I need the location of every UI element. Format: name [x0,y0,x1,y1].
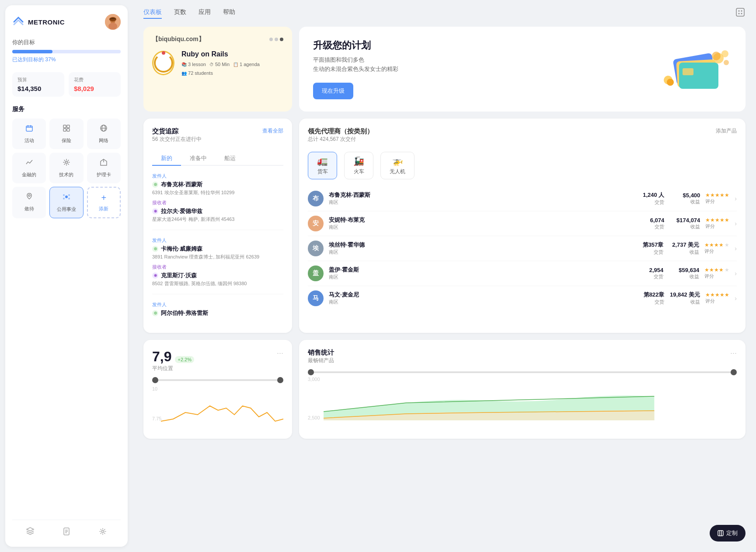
tab-shipping[interactable]: 船运 [216,152,244,166]
services-grid: 活动 保险 网络 金融的 技术的 [12,119,121,218]
customize-icon [718,530,724,536]
customize-button[interactable]: 定制 [710,525,746,542]
dealer-transactions-3: 第357章 交货 [633,241,663,255]
dealer-name-3: 埃丝特·霍华德 [329,241,627,249]
sender-role-1: 发件人 [152,173,283,179]
avg-label: 平均位置 [152,365,194,372]
view-all-link[interactable]: 查看全部 [262,127,283,135]
upgrade-button[interactable]: 现在升级 [313,83,353,99]
dealer-revenue-4: $59,634 收益 [669,267,699,280]
network-icon [99,124,108,135]
students-icon: 👥 [181,71,187,76]
service-network[interactable]: 网络 [87,119,121,149]
activity-label: 活动 [24,137,34,144]
cat-drone[interactable]: 🚁 无人机 [380,152,415,179]
avg-chart: 10 7.75 [152,386,283,430]
layers-icon[interactable] [26,527,35,538]
svg-point-15 [65,161,67,164]
sales-more-icon[interactable]: ··· [730,349,737,358]
dealer-arrow-1[interactable]: › [735,195,737,202]
expense-card: 花费 $8,029 [69,72,121,97]
sidebar-header: METRONIC [12,14,121,30]
service-reception[interactable]: 敛待 [12,187,46,218]
expense-label: 花费 [74,77,115,83]
sales-title-wrap: 销售统计 最畅销产品 [308,349,334,364]
service-activity[interactable]: 活动 [12,119,46,149]
course-title: Ruby on Rails [181,50,283,58]
svg-rect-35 [683,68,693,75]
more-options-icon[interactable]: ··· [277,349,283,358]
service-tech[interactable]: 技术的 [49,153,83,183]
tech-label: 技术的 [59,171,73,178]
delivery-subtitle: 56 次交付正在进行中 [152,136,202,143]
dealer-transactions-2: 6,074 交货 [634,217,664,230]
svg-point-19 [68,194,70,196]
y-label-10: 10 [152,386,157,391]
tab-preparing[interactable]: 准备中 [181,152,216,166]
meta-agenda: 📋 1 agenda [233,62,260,67]
agenda-icon: 📋 [233,62,238,67]
dealer-transactions-1: 1,240 人 交货 [634,191,664,206]
sales-slider-right[interactable] [731,369,737,375]
nav-pages[interactable]: 页数 [174,8,186,19]
nav-dashboard[interactable]: 仪表板 [143,8,162,19]
progress-fill [12,50,52,53]
stars-3: ★★★★★ [704,242,729,248]
course-logo [152,51,174,75]
truck-label: 货车 [317,168,328,175]
svg-point-29 [741,10,742,12]
receiver-name-1: ◉ 拉尔夫·爱德华兹 [152,207,283,215]
topbar-right[interactable] [735,7,746,20]
dealer-avatar-2: 安 [308,216,324,231]
drone-icon: 🚁 [392,156,403,166]
meta-students: 👥 72 students [181,70,213,76]
dealer-arrow-3[interactable]: › [735,245,737,252]
course-logo-ring [154,53,173,73]
sales-chart [324,377,737,420]
app-name: METRONIC [28,18,65,26]
slider-thumb-left[interactable] [152,377,158,383]
stars-1: ★★★★★ [705,192,729,198]
delivery-header: 交货追踪 56 次交付正在进行中 查看全部 [152,127,283,150]
service-nursing[interactable]: 护理卡 [87,153,121,183]
dealer-info-3: 埃丝特·霍华德 南区 [329,241,627,255]
settings-icon[interactable] [98,527,107,538]
add-product-button[interactable]: 添加产品 [716,127,737,135]
avg-number-row: 7,9 +2.2% [152,349,194,365]
dealer-name-5: 马文·麦金尼 [329,291,628,299]
avatar[interactable] [105,14,121,30]
dealer-name-1: 布鲁克林·西蒙斯 [329,191,628,199]
service-add[interactable]: + 添新 [87,187,121,218]
svg-rect-11 [67,129,70,131]
cat-truck[interactable]: 🚛 货车 [308,152,337,179]
course-dots [269,38,283,41]
cat-train[interactable]: 🚂 火车 [344,152,373,179]
services-title: 服务 [12,105,121,113]
nav-help[interactable]: 帮助 [223,8,235,19]
dealer-revenue-2: $174,074 收益 [669,217,700,230]
y-3000: 3,000 [308,377,320,382]
nav-apps[interactable]: 应用 [199,8,211,19]
dealer-arrow-2[interactable]: › [735,220,737,227]
train-label: 火车 [354,168,364,175]
receiver-addr-2: 8502 普雷斯顿路, 英格尔伍德, 缅因州 98380 [152,280,283,287]
main: 仪表板 页数 应用 帮助 【biqubiqu.com】 [133,0,756,552]
tab-new[interactable]: 新的 [152,152,181,166]
expense-amount: $8,029 [74,85,115,92]
dealer-arrow-5[interactable]: › [735,295,737,302]
slider-thumb-right[interactable] [277,377,283,383]
avg-number-wrap: 7,9 +2.2% 平均位置 [152,349,194,372]
service-insurance[interactable]: 保险 [49,119,83,149]
dealer-row-5: 马 马文·麦金尼 南区 第822章 交货 19,842 美元 收益 [308,286,737,311]
document-icon[interactable] [62,527,71,538]
sender-name-1: ◎ 布鲁克林·西蒙斯 [152,181,283,189]
service-public[interactable]: 公用事业 [49,187,83,218]
dealer-region-3: 南区 [329,249,627,255]
dealer-arrow-4[interactable]: › [735,270,737,277]
receiver-dot-2: ◉ [152,273,158,279]
dealer-row-3: 埃 埃丝特·霍华德 南区 第357章 交货 2,737 美元 收益 [308,236,737,261]
dealer-rating-1: ★★★★★ 评分 [705,192,729,205]
sales-slider-left[interactable] [308,369,314,375]
service-finance[interactable]: 金融的 [12,153,46,183]
course-body: Ruby on Rails 📚 3 lesson ⏱ 50 Min [152,50,283,76]
